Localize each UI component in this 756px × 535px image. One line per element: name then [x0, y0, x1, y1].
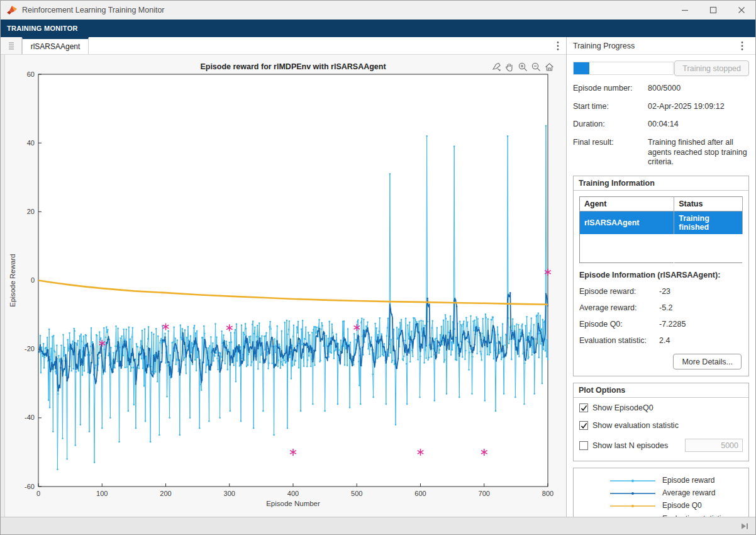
- tabstrip-filler: [89, 37, 550, 54]
- axes-toolbar: [491, 61, 555, 72]
- zoom-out-icon: [531, 62, 542, 72]
- table-empty-row: [580, 234, 743, 263]
- start-time-row: Start time: 02-Apr-2025 19:09:12: [573, 102, 749, 112]
- matlab-logo-icon: [6, 4, 18, 16]
- close-button[interactable]: [727, 1, 755, 20]
- training-progress-bar: [573, 62, 674, 75]
- figure-area: 0100200300400500600700800-60-40-20020406…: [1, 55, 566, 517]
- list-icon: [8, 42, 14, 50]
- svg-text:-20: -20: [25, 345, 35, 352]
- stat-label: Episode reward:: [579, 287, 659, 296]
- collapsed-side-strip: [1, 55, 5, 517]
- agent-status-table[interactable]: Agent Status rlSARSAAgent Training finis…: [579, 196, 743, 264]
- option-label: Show last N episodes: [592, 441, 668, 450]
- show-episodeq0-checkbox[interactable]: [579, 403, 588, 412]
- field-value: 00:04:14: [648, 120, 749, 130]
- field-label: Start time:: [573, 102, 648, 112]
- brush-icon: [491, 62, 502, 72]
- line-dot-marker: [609, 503, 657, 509]
- stat-value: 2.4: [659, 336, 670, 345]
- status-cell[interactable]: Training finished: [674, 211, 743, 234]
- svg-text:0: 0: [36, 490, 40, 497]
- progress-fill: [574, 62, 589, 74]
- more-details-button[interactable]: More Details...: [673, 354, 742, 369]
- svg-text:Episode Reward: Episode Reward: [9, 254, 16, 307]
- stat-label: Evaluation statistic:: [579, 336, 659, 345]
- kebab-menu-icon: [557, 41, 559, 51]
- zoom-out-button[interactable]: [530, 61, 542, 72]
- svg-text:40: 40: [27, 139, 35, 147]
- table-header-row: Agent Status: [580, 196, 743, 211]
- group-title: Training Information: [574, 176, 748, 191]
- svg-text:Episode reward for rlMDPEnv wi: Episode reward for rlMDPEnv with rlSARSA…: [200, 62, 386, 71]
- episode-reward-row: Episode reward: -23: [579, 287, 743, 296]
- field-value: 800/5000: [648, 84, 749, 94]
- final-result-row: Final result: Training finished after al…: [573, 138, 749, 167]
- panel-title: Training Progress: [573, 42, 635, 50]
- legend-label: Episode reward: [662, 476, 714, 485]
- group-title: Plot Options: [574, 383, 748, 398]
- tabstrip-menu-button[interactable]: [550, 37, 566, 54]
- field-label: Final result:: [573, 138, 648, 167]
- titlebar: Reinforcement Learning Training Monitor: [1, 1, 755, 20]
- tab-rlsarsaagent[interactable]: rlSARSAAgent: [22, 37, 89, 54]
- last-n-episodes-input[interactable]: [685, 439, 743, 452]
- field-label: Duration:: [573, 120, 648, 130]
- show-episodeq0-option: Show EpisodeQ0: [579, 403, 743, 412]
- show-evaluation-checkbox[interactable]: [579, 421, 588, 430]
- svg-text:100: 100: [96, 490, 108, 497]
- show-last-n-checkbox[interactable]: [579, 441, 588, 450]
- legend-item-episode-reward: Episode reward: [609, 476, 748, 485]
- document-list-button[interactable]: [1, 37, 22, 54]
- stat-value: -7.2285: [659, 320, 686, 329]
- kebab-menu-icon: [741, 41, 743, 51]
- zoom-in-button[interactable]: [517, 61, 528, 72]
- table-row[interactable]: rlSARSAAgent Training finished: [580, 211, 743, 234]
- svg-text:20: 20: [27, 208, 35, 215]
- panel-menu-button[interactable]: [734, 41, 750, 51]
- zoom-in-icon: [518, 62, 528, 72]
- ribbon-tab-training-monitor[interactable]: TRAINING MONITOR: [7, 25, 78, 32]
- legend-item-average-reward: Average reward: [609, 488, 748, 498]
- restore-view-button[interactable]: [543, 61, 555, 72]
- training-progress-panel: Training Progress Training stopped Episo…: [567, 37, 755, 517]
- svg-text:700: 700: [479, 490, 490, 497]
- show-evaluation-option: Show evaluation statistic: [579, 421, 743, 430]
- option-label: Show EpisodeQ0: [592, 403, 653, 412]
- tab-label: rlSARSAAgent: [31, 42, 81, 51]
- svg-text:Episode Number: Episode Number: [266, 500, 320, 507]
- svg-text:800: 800: [542, 490, 553, 497]
- svg-text:-60: -60: [25, 483, 35, 490]
- expand-panel-icon[interactable]: [740, 522, 749, 531]
- legend-label: Average reward: [662, 488, 716, 498]
- brush-tool-button[interactable]: [491, 61, 502, 72]
- svg-text:-40: -40: [25, 414, 35, 421]
- pan-tool-button[interactable]: [504, 61, 515, 72]
- stat-value: -5.2: [659, 303, 673, 312]
- line-dot-marker: [609, 490, 657, 497]
- episode-q0-row: Episode Q0: -7.2285: [579, 320, 743, 329]
- show-last-n-option: Show last N episodes: [579, 439, 743, 452]
- field-value: Training finished after all agents reach…: [648, 138, 749, 167]
- field-value: 02-Apr-2025 19:09:12: [648, 102, 749, 112]
- minimize-button[interactable]: [670, 1, 699, 20]
- duration-row: Duration: 00:04:14: [573, 120, 749, 130]
- panel-header: Training Progress: [567, 37, 755, 55]
- training-stopped-button[interactable]: Training stopped: [674, 60, 749, 76]
- column-header-status[interactable]: Status: [674, 196, 743, 211]
- stat-label: Episode Q0:: [579, 320, 659, 329]
- home-icon: [544, 62, 555, 72]
- legend-item-episode-q0: Episode Q0: [609, 501, 748, 510]
- evaluation-statistic-row: Evaluation statistic: 2.4: [579, 336, 743, 345]
- svg-text:400: 400: [287, 490, 299, 497]
- agent-cell[interactable]: rlSARSAAgent: [580, 211, 674, 234]
- check-icon: [581, 422, 587, 429]
- column-header-agent[interactable]: Agent: [580, 196, 674, 211]
- svg-text:300: 300: [224, 490, 235, 497]
- average-reward-row: Average reward: -5.2: [579, 303, 743, 312]
- window-title: Reinforcement Learning Training Monitor: [22, 6, 165, 14]
- maximize-button[interactable]: [699, 1, 727, 20]
- svg-text:60: 60: [27, 70, 35, 78]
- stat-label: Average reward:: [579, 303, 659, 312]
- field-label: Episode number:: [573, 84, 648, 94]
